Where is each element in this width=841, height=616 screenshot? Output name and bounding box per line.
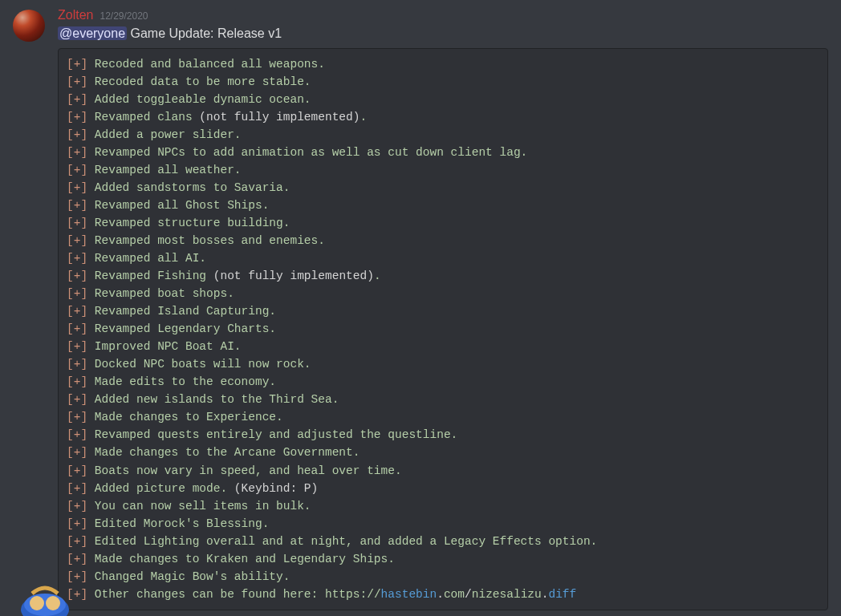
timestamp: 12/29/2020 <box>100 10 148 23</box>
message: Zolten 12/29/2020 @everyone Game Update:… <box>0 0 841 610</box>
message-header: Zolten 12/29/2020 <box>58 6 828 24</box>
mention-everyone[interactable]: @everyone <box>58 26 127 40</box>
username[interactable]: Zolten <box>58 6 93 24</box>
message-text: Game Update: Release v1 <box>127 26 282 40</box>
message-content: Zolten 12/29/2020 @everyone Game Update:… <box>58 6 828 610</box>
avatar[interactable] <box>13 10 45 42</box>
code-block: [+] Recoded and balanced all weapons. [+… <box>58 48 828 610</box>
message-body: @everyone Game Update: Release v1 <box>58 25 828 43</box>
